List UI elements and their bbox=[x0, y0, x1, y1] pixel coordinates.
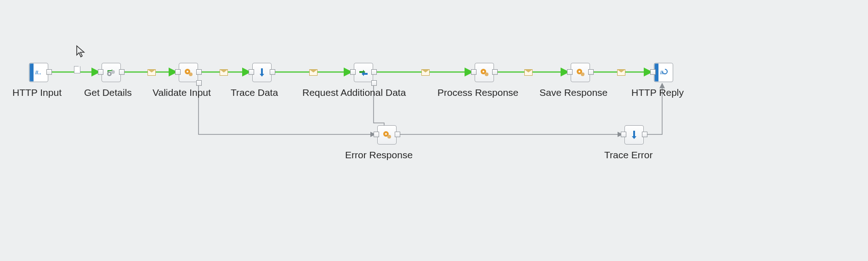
node-http-reply[interactable]: //.. bbox=[654, 63, 673, 82]
node-trace-data[interactable] bbox=[252, 63, 272, 82]
flow-wires bbox=[0, 0, 868, 261]
node-label: Validate Input bbox=[153, 87, 211, 98]
gear-orange-icon bbox=[377, 125, 397, 144]
svg-text://..: //.. bbox=[35, 70, 41, 75]
output-port[interactable] bbox=[46, 69, 52, 75]
output-port[interactable] bbox=[395, 132, 400, 137]
input-port[interactable] bbox=[98, 69, 103, 75]
arrow-down-icon bbox=[624, 125, 644, 144]
svg-point-17 bbox=[482, 71, 484, 72]
message-doc-icon bbox=[74, 66, 80, 73]
envelope-icon bbox=[148, 69, 156, 76]
output-port[interactable] bbox=[642, 132, 647, 137]
gear-orange-icon bbox=[475, 63, 494, 82]
output-port[interactable] bbox=[119, 69, 125, 75]
node-label: HTTP Reply bbox=[631, 87, 684, 98]
node-get-details[interactable] bbox=[102, 63, 121, 82]
gears-icon bbox=[102, 63, 121, 82]
node-save-response[interactable] bbox=[571, 63, 590, 82]
node-error-response[interactable] bbox=[377, 125, 397, 144]
node-label: Trace Data bbox=[231, 87, 278, 98]
http-input-icon: //.. bbox=[29, 63, 48, 82]
arrow-down-icon bbox=[252, 63, 272, 82]
output-port[interactable] bbox=[588, 69, 594, 75]
node-label: Get Details bbox=[84, 87, 132, 98]
input-port[interactable] bbox=[567, 69, 573, 75]
node-label: Save Response bbox=[539, 87, 607, 98]
svg-rect-15 bbox=[261, 68, 263, 74]
node-label: Request Additional Data bbox=[302, 87, 406, 98]
envelope-icon bbox=[220, 69, 228, 76]
output-port[interactable] bbox=[270, 69, 275, 75]
node-label: Process Response bbox=[437, 87, 518, 98]
output-port[interactable] bbox=[371, 69, 377, 75]
node-label: Error Response bbox=[345, 150, 413, 161]
envelope-icon bbox=[524, 69, 533, 76]
svg-point-20 bbox=[579, 71, 580, 72]
node-process-response[interactable] bbox=[475, 63, 494, 82]
input-port[interactable] bbox=[175, 69, 181, 75]
svg-point-25 bbox=[387, 135, 391, 139]
node-trace-error[interactable] bbox=[624, 125, 644, 144]
svg-rect-26 bbox=[633, 131, 635, 136]
output-port[interactable] bbox=[492, 69, 498, 75]
fail-port[interactable] bbox=[196, 80, 202, 86]
node-validate-input[interactable] bbox=[179, 63, 198, 82]
output-port[interactable] bbox=[196, 69, 202, 75]
svg-point-14 bbox=[189, 72, 193, 76]
gear-orange-icon bbox=[179, 63, 198, 82]
flow-canvas[interactable]: //.. HTTP Input Get Details Validate Inp… bbox=[0, 0, 868, 261]
envelope-icon bbox=[309, 69, 318, 76]
node-label: Trace Error bbox=[604, 150, 652, 161]
input-port[interactable] bbox=[350, 69, 356, 75]
input-port[interactable] bbox=[471, 69, 477, 75]
svg-point-11 bbox=[111, 70, 115, 74]
input-port[interactable] bbox=[650, 69, 656, 75]
svg-point-13 bbox=[187, 71, 188, 72]
svg-point-21 bbox=[581, 72, 584, 76]
gear-orange-icon bbox=[571, 63, 590, 82]
svg-point-18 bbox=[485, 72, 488, 76]
input-port[interactable] bbox=[621, 132, 626, 137]
svg-point-10 bbox=[108, 73, 110, 75]
node-http-input[interactable]: //.. bbox=[29, 63, 48, 82]
input-port[interactable] bbox=[249, 69, 254, 75]
mouse-cursor-icon bbox=[76, 45, 86, 60]
envelope-icon bbox=[421, 69, 430, 76]
input-port[interactable] bbox=[374, 132, 379, 137]
svg-point-24 bbox=[385, 133, 387, 135]
arrows-icon bbox=[354, 63, 373, 82]
fail-port[interactable] bbox=[371, 80, 377, 86]
http-reply-icon: //.. bbox=[654, 63, 673, 82]
envelope-icon bbox=[617, 69, 625, 76]
node-request-additional-data[interactable] bbox=[354, 63, 373, 82]
node-label: HTTP Input bbox=[12, 87, 62, 98]
